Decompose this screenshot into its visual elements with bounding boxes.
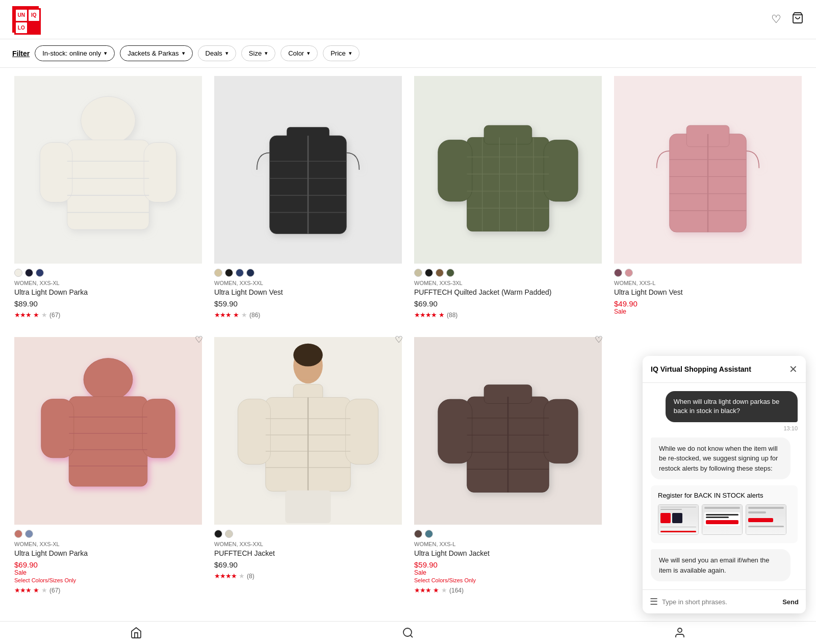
wishlist-button[interactable]: ♡ [195, 334, 203, 345]
chat-messages: When will ultra light down parkas be bac… [643, 383, 806, 589]
product-category: WOMEN, XXS-XXL [214, 280, 402, 286]
svg-rect-38 [142, 399, 175, 458]
product-card[interactable]: WOMEN, XXS-3XL PUFFTECH Quilted Jacket (… [408, 68, 608, 329]
filter-instock[interactable]: In-stock: online only ▾ [35, 45, 115, 61]
color-swatch[interactable] [414, 530, 422, 538]
product-card[interactable]: WOMEN, XXS-XXL Ultra Light Down Vest $59… [208, 68, 408, 329]
product-name: Ultra Light Down Jacket [414, 549, 602, 558]
product-image [14, 337, 202, 525]
filter-label[interactable]: Filter [12, 49, 30, 58]
product-name: Ultra Light Down Parka [14, 549, 202, 558]
back-in-stock-card: Register for BACK IN STOCK alerts [651, 485, 798, 543]
product-category: WOMEN, XXS-XL [14, 280, 202, 286]
color-swatch[interactable] [214, 530, 222, 538]
svg-rect-36 [69, 397, 147, 486]
rating-row: ★★★★★ (8) [214, 572, 402, 580]
product-image [414, 76, 602, 264]
svg-rect-37 [41, 399, 74, 458]
product-image [14, 76, 202, 264]
product-image [414, 337, 602, 525]
review-count: (88) [447, 312, 457, 319]
product-card[interactable]: WOMEN, XXS-L Ultra Light Down Vest $49.9… [608, 68, 808, 329]
bot-message-2: We will send you an email if/when the it… [651, 549, 790, 581]
sale-note: Select Colors/Sizes Only [414, 577, 602, 583]
star-empty: ★ [41, 311, 47, 319]
product-card[interactable]: WOMEN, XXS-XL Ultra Light Down Parka $89… [8, 68, 208, 329]
rating-row: ★★★★★ (67) [14, 586, 202, 594]
stars: ★★★ [14, 586, 31, 594]
chevron-icon: ▾ [225, 50, 228, 57]
screenshot-1 [658, 504, 699, 535]
filter-jackets[interactable]: Jackets & Parkas ▾ [120, 45, 192, 61]
stars: ★★★ [414, 586, 431, 594]
wishlist-button[interactable]: ♡ [395, 334, 403, 345]
color-swatch[interactable] [614, 269, 622, 277]
rating-row: ★★★★★ (86) [214, 311, 402, 319]
color-swatch[interactable] [25, 269, 33, 277]
color-swatch[interactable] [625, 269, 633, 277]
star-half: ★ [33, 586, 39, 594]
card-title: Register for BACK IN STOCK alerts [658, 492, 790, 499]
header: UN IQ LO ♡ [0, 0, 816, 39]
product-colors [414, 530, 602, 538]
color-swatch[interactable] [246, 269, 254, 277]
sale-note: Select Colors/Sizes Only [14, 577, 202, 583]
wishlist-icon[interactable]: ♡ [771, 13, 781, 26]
chevron-icon: ▾ [265, 50, 268, 57]
color-swatch[interactable] [225, 269, 233, 277]
chat-close-button[interactable]: ✕ [789, 363, 798, 375]
svg-rect-19 [484, 125, 532, 144]
product-name: PUFFTECH Jacket [214, 549, 402, 558]
product-card[interactable]: ♡ [208, 329, 408, 604]
cart-icon[interactable] [792, 12, 804, 27]
product-category: WOMEN, XXS-3XL [414, 280, 602, 286]
filter-size[interactable]: Size ▾ [241, 45, 275, 61]
color-swatch[interactable] [436, 269, 444, 277]
uniqlo-logo[interactable]: UN IQ LO [12, 6, 39, 33]
color-swatch[interactable] [25, 530, 33, 538]
color-swatch[interactable] [425, 530, 433, 538]
svg-rect-4 [144, 142, 176, 202]
sale-label: Sale [414, 569, 602, 576]
chat-send-button[interactable]: Send [782, 598, 799, 605]
star-empty: ★ [441, 586, 447, 594]
color-swatch[interactable] [14, 530, 22, 538]
product-card[interactable]: ♡ [8, 329, 208, 604]
filter-bar: Filter In-stock: online only ▾ Jackets &… [0, 39, 816, 68]
color-swatch[interactable] [14, 269, 22, 277]
filter-color[interactable]: Color ▾ [280, 45, 318, 61]
chat-header: IQ Virtual Shopping Assistant ✕ [643, 356, 806, 383]
filter-price[interactable]: Price ▾ [323, 45, 360, 61]
wishlist-button[interactable]: ♡ [595, 334, 603, 345]
filter-deals[interactable]: Deals ▾ [198, 45, 236, 61]
screenshot-3 [746, 504, 786, 535]
product-price: $89.90 [14, 299, 202, 308]
color-swatch[interactable] [225, 530, 233, 538]
svg-rect-2 [67, 140, 149, 229]
review-count: (67) [49, 587, 60, 594]
stars: ★★★ [14, 311, 31, 319]
color-swatch[interactable] [36, 269, 44, 277]
color-swatch[interactable] [236, 269, 244, 277]
chat-widget: IQ Virtual Shopping Assistant ✕ When wil… [643, 356, 806, 604]
svg-rect-3 [40, 142, 72, 202]
product-colors [614, 269, 802, 277]
color-swatch[interactable] [446, 269, 454, 277]
product-card[interactable]: ♡ [408, 329, 608, 604]
svg-rect-47 [238, 399, 270, 465]
product-category: WOMEN, XXS-XXL [214, 541, 402, 547]
product-image [214, 337, 402, 525]
stars: ★★★ [214, 311, 231, 319]
color-swatch[interactable] [214, 269, 222, 277]
menu-icon[interactable]: ☰ [650, 596, 658, 604]
stars: ★★★★ [414, 311, 437, 319]
product-name: PUFFTECH Quilted Jacket (Warm Padded) [414, 288, 602, 297]
product-price: $69.90 [214, 560, 402, 569]
star-empty: ★ [241, 311, 247, 319]
chat-input-area: ☰ Send [643, 589, 806, 604]
review-count: (67) [49, 312, 60, 319]
color-swatch[interactable] [425, 269, 433, 277]
color-swatch[interactable] [414, 269, 422, 277]
product-name: Ultra Light Down Parka [14, 288, 202, 297]
chat-input[interactable] [662, 598, 778, 605]
